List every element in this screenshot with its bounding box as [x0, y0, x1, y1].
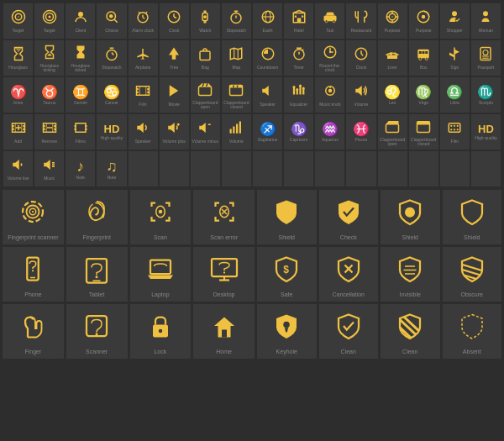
big-icon-desktop[interactable]: Desktop	[193, 247, 255, 302]
icon-note2[interactable]: ♫ Note	[97, 151, 126, 186]
icon-target[interactable]: Target	[3, 3, 33, 39]
shield-icon-dollar[interactable]: $ Safe	[257, 247, 317, 302]
icon-clapperboard-open[interactable]: Clapperboard open	[191, 77, 220, 113]
icon-hourglass1[interactable]: Hourglass	[3, 40, 33, 76]
icon-clock2[interactable]: Clock	[346, 40, 375, 76]
icon-tree[interactable]: Tree	[160, 40, 189, 76]
icon-volume-minus[interactable]: Volume minus	[191, 114, 220, 150]
icon-liner[interactable]: Liner	[378, 40, 407, 76]
icon-stopwatch[interactable]: Stopwatch	[222, 3, 251, 39]
big-icon-fingerprint[interactable]: Fingerprint	[66, 190, 128, 244]
icon-virgo[interactable]: ♍ Virgo	[409, 77, 438, 113]
icon-movie[interactable]: Movie	[160, 77, 189, 113]
svg-rect-83	[137, 92, 139, 93]
icon-aries[interactable]: ♈ Aries	[3, 77, 33, 113]
icon-scorpio[interactable]: ♏ Scorpio	[471, 77, 501, 113]
svg-rect-120	[54, 129, 55, 130]
shield-icon-x[interactable]: Cancellation	[319, 247, 379, 302]
icon-speaker[interactable]: Speaker	[253, 77, 282, 113]
big-icon-laptop[interactable]: Laptop	[130, 247, 192, 302]
shield-icon-check[interactable]: Check	[319, 190, 379, 244]
shield-icon-plain[interactable]: Shield	[257, 190, 317, 244]
icon-map[interactable]: Map	[222, 40, 251, 76]
big-icon-home[interactable]: Home	[193, 304, 255, 359]
icon-equalizer[interactable]: Equalizer	[284, 77, 313, 113]
icon-remove[interactable]: Remove	[34, 114, 64, 150]
icon-cancer[interactable]: ♋ Cancer	[97, 77, 126, 113]
icon-shopper[interactable]: Shopper	[440, 3, 470, 39]
shield-icon-stripes[interactable]: Obscure	[443, 247, 502, 302]
icon-woman[interactable]: Woman	[471, 3, 501, 39]
svg-point-102	[299, 85, 302, 87]
shield-icon-lines[interactable]: Invisible	[381, 247, 440, 302]
icon-watch[interactable]: Watch	[191, 3, 220, 39]
icon-taxi[interactable]: Taxi	[315, 3, 344, 39]
shield-icon-keyhole[interactable]: Keyhole	[257, 304, 317, 359]
icon-alarm-clock[interactable]: Alarm clock	[129, 3, 158, 39]
icon-capricorn[interactable]: ♑ Capricorn	[284, 114, 313, 150]
icon-libra[interactable]: ♎ Libra	[440, 77, 470, 113]
icon-clapperboard-closed[interactable]: Clapperboard closed	[222, 77, 251, 113]
icon-hourglass2[interactable]: Hourglass ticking	[34, 40, 64, 76]
icon-countdown[interactable]: Countdown	[253, 40, 282, 76]
icon-bag[interactable]: Bag	[191, 40, 220, 76]
svg-rect-136	[386, 123, 399, 132]
icon-hourglass3[interactable]: Hourglass ticked	[66, 40, 95, 76]
icon-films[interactable]: Films	[66, 114, 95, 150]
icon-film[interactable]: Film	[129, 77, 158, 113]
big-icon-scan[interactable]: Scan	[130, 190, 192, 244]
icon-bus[interactable]: Bus	[409, 40, 438, 76]
icon-leo[interactable]: ♌ Leo	[378, 77, 407, 113]
icon-film2[interactable]: Film	[440, 114, 470, 150]
icon-timer[interactable]: Timer	[284, 40, 313, 76]
icon-sign[interactable]: Sign	[440, 40, 470, 76]
svg-rect-124	[76, 123, 86, 133]
icon-volume-plus[interactable]: Volume plus	[160, 114, 189, 150]
icon-hd2[interactable]: HD High-quality	[471, 114, 501, 150]
icon-music-knob[interactable]: Music knob	[315, 77, 344, 113]
big-icon-finger[interactable]: Finger	[3, 304, 64, 359]
icon-volume[interactable]: Volume	[346, 77, 375, 113]
icon-add[interactable]: Add	[3, 114, 33, 150]
big-icon-lock[interactable]: Lock	[130, 304, 192, 359]
big-icon-scan-error[interactable]: Scan error	[193, 190, 255, 244]
big-icon-phone[interactable]: Phone	[3, 247, 64, 302]
icon-empty4	[222, 151, 251, 186]
icon-round-clock[interactable]: Round-the-clock	[315, 40, 344, 76]
shield-icon-outline[interactable]: Shield	[443, 190, 502, 244]
big-icon-fingerprint-scanner[interactable]: Fingerprint scanner	[3, 190, 64, 244]
icon-music[interactable]: Music	[34, 151, 64, 186]
icon-hotel[interactable]: Hotel	[284, 3, 313, 39]
icon-target2[interactable]: Target	[34, 3, 64, 39]
icon-row-3: ♈ Aries ♉ Taurus ♊ Gemini ♋ Cancer Film	[3, 77, 501, 113]
icon-taurus[interactable]: ♉ Taurus	[34, 77, 64, 113]
icon-aquarius[interactable]: ♒ Aquarius	[315, 114, 344, 150]
shield-icon-check2[interactable]: Clean	[319, 304, 379, 359]
icon-client[interactable]: Client	[66, 3, 95, 39]
svg-rect-109	[12, 129, 13, 130]
big-icon-tablet[interactable]: Tablet	[66, 247, 128, 302]
icon-sagittarius[interactable]: ♐ Sagittarius	[253, 114, 282, 150]
shield-icon-stripe2[interactable]: Clean	[381, 304, 440, 359]
icon-speaker2[interactable]: Speaker	[129, 114, 158, 150]
icon-purpose[interactable]: Purpose	[378, 3, 407, 39]
icon-clapper-open2[interactable]: Clapperboard open	[378, 114, 407, 150]
icon-passport[interactable]: Passport	[471, 40, 501, 76]
icon-gemini[interactable]: ♊ Gemini	[66, 77, 95, 113]
icon-purpose2[interactable]: Purpose	[409, 3, 438, 39]
icon-volume-bars[interactable]: Volume	[222, 114, 251, 150]
shield-icon-badge[interactable]: Shield	[381, 190, 440, 244]
icon-volume-low[interactable]: Volume low	[3, 151, 33, 186]
shield-icon-dots[interactable]: Absent	[443, 304, 502, 359]
big-icon-scanner[interactable]: Scanner	[66, 304, 128, 359]
icon-note[interactable]: ♪ Note	[66, 151, 95, 186]
icon-clapper-closed2[interactable]: Clapperboard closed	[409, 114, 438, 150]
icon-airplane[interactable]: Airplane	[129, 40, 158, 76]
icon-clock[interactable]: Clock	[160, 3, 189, 39]
icon-hd[interactable]: HD High-quality	[97, 114, 126, 150]
icon-restaurant[interactable]: Restaurant	[346, 3, 375, 39]
icon-pisces[interactable]: ♓ Pisces	[346, 114, 375, 150]
icon-choice[interactable]: Choice	[97, 3, 126, 39]
icon-earth[interactable]: Earth	[253, 3, 282, 39]
icon-stopwatch2[interactable]: Stopwatch	[97, 40, 126, 76]
